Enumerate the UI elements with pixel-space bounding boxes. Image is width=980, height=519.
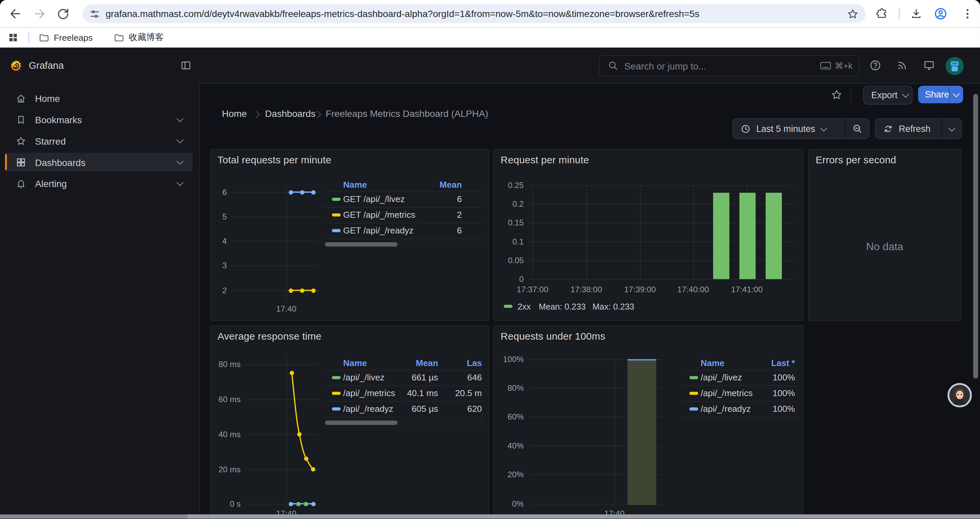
- column-header[interactable]: Name: [343, 180, 367, 190]
- table-row[interactable]: /api/_/readyz 605 µs 620: [323, 401, 483, 417]
- grafana-logo[interactable]: [10, 59, 22, 72]
- legend-mean: Mean: 0.233: [539, 302, 586, 311]
- extensions-icon[interactable]: [876, 7, 888, 20]
- chevron-down-icon[interactable]: [177, 179, 183, 186]
- table-row[interactable]: GET /api/_/metrics 2: [323, 207, 483, 224]
- refresh-button[interactable]: Refresh: [875, 118, 962, 139]
- table-row[interactable]: GET /api/_/livez 6: [323, 192, 483, 208]
- apps-grid-icon[interactable]: [7, 32, 19, 43]
- user-avatar[interactable]: [946, 57, 964, 75]
- series-color-pill: [332, 376, 340, 379]
- legend-table: Name Mean GET /api/_/livez 6 GET /api/_/…: [323, 178, 483, 249]
- forward-icon[interactable]: [32, 7, 46, 21]
- bookmark-icon: [16, 114, 26, 125]
- star-icon: [16, 136, 26, 146]
- sidebar-item-dashboards[interactable]: Dashboards: [5, 153, 192, 171]
- sidebar-item-starred[interactable]: Starred: [5, 131, 192, 150]
- url-text[interactable]: grafana.mathmast.com/d/deytv4rwavabkb/fr…: [106, 8, 837, 19]
- help-icon[interactable]: [869, 59, 881, 72]
- panel-average-response-time: Average response time 80 ms 60 ms 40 ms …: [210, 325, 490, 519]
- panel-title[interactable]: Average response time: [218, 331, 321, 342]
- share-menu-button[interactable]: [949, 86, 963, 103]
- chevron-down-icon[interactable]: [177, 136, 183, 143]
- news-rss-icon[interactable]: [896, 59, 908, 72]
- site-settings-icon[interactable]: [89, 9, 100, 19]
- panel-request-per-minute: Request per minute 0.25 0.2 0.15 0.1 0.0…: [493, 149, 803, 321]
- back-icon[interactable]: [9, 7, 22, 21]
- export-button[interactable]: Export: [863, 86, 913, 105]
- browser-menu-icon[interactable]: [961, 7, 974, 21]
- series-color-pill: [689, 392, 698, 395]
- time-range-picker[interactable]: Last 5 minutes: [732, 118, 869, 139]
- search-box[interactable]: ⌘+k: [599, 55, 859, 77]
- column-header[interactable]: Las: [467, 358, 482, 368]
- column-header[interactable]: Mean: [440, 180, 462, 190]
- bookmark-folder-blogs[interactable]: 收藏博客: [114, 29, 164, 46]
- table-row[interactable]: /api/_/readyz 100%: [682, 401, 797, 417]
- series-color-pill: [689, 376, 698, 379]
- time-range-label: Last 5 minutes: [756, 124, 815, 134]
- chevron-down-icon: [948, 124, 955, 131]
- grafana-brand[interactable]: Grafana: [29, 60, 64, 72]
- area-fill-100pct: [627, 359, 656, 505]
- sidebar-item-bookmarks[interactable]: Bookmarks: [5, 110, 192, 129]
- table-row[interactable]: GET /api/_/readyz 6: [323, 223, 483, 239]
- vertical-scrollbar[interactable]: [973, 94, 978, 379]
- bookmark-star-icon[interactable]: [847, 8, 859, 20]
- sidebar-item-alerting[interactable]: Alerting: [5, 174, 192, 193]
- panel-title[interactable]: Requests under 100ms: [501, 331, 605, 342]
- series-color-pill: [332, 229, 340, 232]
- chevron-down-icon[interactable]: [177, 115, 183, 122]
- horizontal-scrollbar-thumb[interactable]: [188, 514, 980, 519]
- chevron-down-icon[interactable]: [177, 158, 183, 164]
- column-header[interactable]: Last *: [771, 358, 795, 368]
- legend-table: Name Last * /api/_/livez 100% /api/_/met…: [682, 356, 797, 428]
- table-scrollbar[interactable]: [323, 420, 483, 425]
- profile-icon[interactable]: [934, 7, 947, 21]
- url-bar[interactable]: grafana.mathmast.com/d/deytv4rwavabkb/fr…: [83, 4, 865, 23]
- column-header[interactable]: Name: [700, 358, 724, 368]
- share-button[interactable]: Share: [918, 86, 963, 103]
- table-row[interactable]: /api/_/metrics 100%: [682, 385, 797, 402]
- breadcrumb-dashboards[interactable]: Dashboards: [265, 108, 315, 119]
- zoom-out-button[interactable]: [845, 119, 869, 138]
- series-color-pill: [689, 407, 698, 410]
- chevron-down-icon: [902, 91, 909, 98]
- search-input[interactable]: [623, 57, 794, 74]
- legend-series[interactable]: 2xx: [517, 302, 530, 311]
- series-color-pill: [332, 213, 340, 216]
- monitor-icon[interactable]: [923, 59, 935, 72]
- table-row[interactable]: /api/_/livez 661 µs 646: [323, 370, 483, 386]
- table-row[interactable]: /api/_/livez 100%: [682, 370, 797, 386]
- clock-icon: [740, 124, 751, 134]
- column-header[interactable]: Name: [343, 358, 367, 368]
- dock-sidebar-icon[interactable]: [180, 59, 192, 72]
- no-data-message: No data: [809, 241, 961, 253]
- browser-toolbar: grafana.mathmast.com/d/deytv4rwavabkb/fr…: [0, 0, 980, 27]
- download-icon[interactable]: [910, 7, 922, 20]
- series-color-pill: [332, 392, 340, 395]
- reload-icon[interactable]: [56, 7, 70, 21]
- sidebar-item-home[interactable]: Home: [5, 89, 192, 107]
- search-shortcut: ⌘+k: [820, 61, 853, 71]
- panel-title[interactable]: Request per minute: [501, 155, 589, 166]
- panel-title[interactable]: Errors per second: [816, 155, 896, 166]
- table-scrollbar[interactable]: [323, 241, 483, 247]
- horizontal-scrollbar[interactable]: [0, 514, 980, 519]
- series-color-pill: [332, 198, 340, 201]
- grafana-header: Grafana Home Dashboards Freeleaps Metric…: [0, 48, 980, 84]
- chevron-down-icon: [953, 90, 960, 97]
- favorite-dashboard-star-icon[interactable]: [830, 89, 843, 101]
- panel-requests-under-100ms: Requests under 100ms 100% 80% 60% 40% 20…: [493, 325, 803, 519]
- refresh-sync-icon: [883, 124, 893, 134]
- chevron-down-icon: [821, 124, 827, 131]
- floating-assistant-avatar[interactable]: [948, 383, 972, 407]
- table-row[interactable]: /api/_/metrics 40.1 ms 20.5 m: [323, 385, 483, 402]
- refresh-interval-button[interactable]: [941, 119, 961, 138]
- breadcrumb-home[interactable]: Home: [222, 108, 247, 119]
- bookmark-folder-freeleaps[interactable]: Freeleaps: [39, 29, 93, 46]
- panel-title[interactable]: Total requests per minute: [218, 155, 331, 166]
- column-header[interactable]: Mean: [415, 358, 438, 368]
- breadcrumb-current: Freeleaps Metrics Dashboard (ALPHA): [326, 108, 488, 119]
- home-icon: [16, 93, 26, 104]
